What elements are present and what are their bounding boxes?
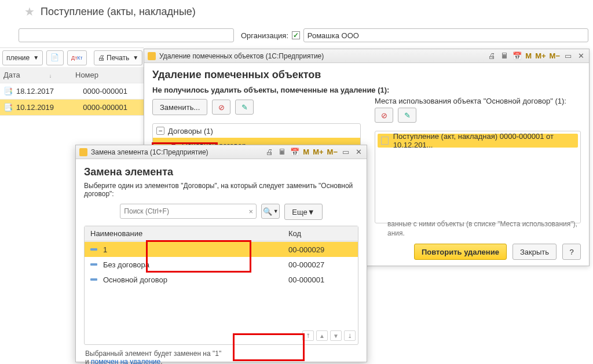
pencil-icon: ✎ bbox=[241, 103, 248, 112]
search-input[interactable] bbox=[120, 207, 246, 215]
replace-window-titlebar[interactable]: Замена элемента (1С:Предприятие) 🖨 🖩 📅 M… bbox=[76, 145, 367, 159]
mem-m-button[interactable]: M bbox=[303, 148, 309, 156]
top-bar: ★ Поступление (акты, накладные) bbox=[0, 0, 593, 23]
favorite-star-icon[interactable]: ★ bbox=[24, 5, 35, 19]
usage-list: Поступление (акт, накладная) 0000-000001… bbox=[375, 131, 581, 223]
window-minimize-icon[interactable]: ▭ bbox=[341, 148, 350, 157]
go-up-button[interactable]: ▲ bbox=[316, 330, 328, 341]
replace-button[interactable]: Заменить... bbox=[152, 99, 207, 115]
table-row[interactable]: Основной договор 00-000001 bbox=[85, 272, 358, 287]
toolbar-icon-btn-1[interactable]: 📄 bbox=[46, 50, 64, 65]
page-title: Поступление (акты, накладные) bbox=[41, 6, 196, 18]
printer-icon: 🖨 bbox=[98, 54, 105, 62]
usage-row[interactable]: Поступление (акт, накладная) 0000-000001… bbox=[378, 134, 578, 148]
magnifier-icon: 🔍 bbox=[263, 207, 272, 216]
window-close-icon[interactable]: ✕ bbox=[576, 52, 585, 61]
pencil-icon: ✎ bbox=[404, 111, 411, 120]
app-1c-icon bbox=[79, 148, 87, 156]
search-go-button[interactable]: 🔍▼ bbox=[261, 204, 280, 219]
tree-collapse-icon[interactable]: − bbox=[156, 127, 164, 135]
edit-button[interactable]: ✎ bbox=[235, 100, 254, 115]
replace-window-title: Замена элемента (1С:Предприятие) bbox=[91, 148, 208, 156]
item-icon bbox=[90, 278, 97, 281]
table-header: Наименование Код bbox=[85, 226, 358, 241]
usage-delete-button[interactable]: ⊘ bbox=[375, 108, 393, 123]
mem-mminus-button[interactable]: M− bbox=[550, 52, 560, 60]
list-nav-buttons: ⤒ ▲ ▼ ⤓ bbox=[85, 327, 358, 344]
delete-mark-icon: ⊘ bbox=[381, 111, 387, 120]
retry-deletion-button[interactable]: Повторить удаление bbox=[414, 244, 507, 260]
mem-mminus-button[interactable]: M− bbox=[327, 148, 338, 156]
deletion-hint: ванные с ними объекты (в списке "Места и… bbox=[387, 219, 579, 238]
print-button[interactable]: 🖨 Печать▼ bbox=[94, 50, 143, 65]
mem-m-button[interactable]: M bbox=[525, 52, 532, 60]
delete-mark-icon: ⊘ bbox=[218, 103, 225, 112]
titlebar-calc-icon[interactable]: 🖩 bbox=[500, 52, 509, 61]
mem-mplus-button[interactable]: M+ bbox=[535, 52, 546, 60]
mem-mplus-button[interactable]: M+ bbox=[313, 148, 323, 156]
more-button[interactable]: Еще▼ bbox=[284, 204, 322, 220]
mode-dropdown[interactable]: пление▼ bbox=[2, 50, 43, 65]
titlebar-calc-icon[interactable]: 🖩 bbox=[277, 148, 287, 157]
titlebar-print-icon[interactable]: 🖨 bbox=[265, 148, 274, 157]
document-row-icon: 📑 bbox=[3, 103, 13, 112]
app-1c-icon bbox=[148, 52, 156, 60]
go-down-button[interactable]: ▼ bbox=[330, 330, 342, 341]
document-icon bbox=[381, 137, 389, 145]
document-row-icon: 📑 bbox=[3, 87, 13, 96]
deletion-heading: Удаление помеченных объектов bbox=[144, 63, 589, 83]
mark-for-deletion-link[interactable]: помечен на удаление bbox=[91, 358, 160, 364]
replacement-table: Наименование Код 1 00-000029 Без договор… bbox=[84, 226, 358, 345]
close-button[interactable]: Закрыть bbox=[513, 244, 557, 260]
go-first-button[interactable]: ⤒ bbox=[302, 330, 314, 341]
organization-label: Организация: bbox=[241, 31, 288, 40]
deletion-window-titlebar[interactable]: Удаление помеченных объектов (1С:Предпри… bbox=[144, 49, 589, 63]
search-input-wrapper: × bbox=[120, 204, 257, 219]
item-icon bbox=[90, 248, 97, 251]
replace-window: Замена элемента (1С:Предприятие) 🖨 🖩 📅 M… bbox=[75, 145, 367, 362]
left-toolbar: пление▼ 📄 ДтКт 🖨 Печать▼ bbox=[0, 47, 144, 67]
deletion-fail-text: Не получилось удалить объекты, помеченны… bbox=[144, 83, 589, 97]
grid-col-date-header[interactable]: Дата bbox=[3, 71, 20, 79]
sort-indicator-icon: ↓ bbox=[49, 73, 52, 79]
titlebar-calendar-icon[interactable]: 📅 bbox=[290, 148, 299, 157]
replace-heading: Замена элемента bbox=[84, 165, 358, 182]
item-icon bbox=[90, 263, 97, 266]
contractor-filter-input[interactable] bbox=[19, 28, 234, 42]
replace-instruction: Выберите один из элементов "Договоры", н… bbox=[84, 182, 358, 198]
deletion-window-title: Удаление помеченных объектов (1С:Предпри… bbox=[159, 52, 324, 60]
window-minimize-icon[interactable]: ▭ bbox=[563, 52, 573, 61]
col-name-header[interactable]: Наименование bbox=[85, 229, 288, 238]
table-row[interactable]: Без договора 00-000027 bbox=[85, 257, 358, 272]
documents-grid: Дата↓ Номер 📑 18.12.2017 0000-000001 📑 1… bbox=[0, 67, 144, 116]
grid-row[interactable]: 📑 10.12.2019 0000-000001 bbox=[0, 100, 144, 116]
usage-edit-button[interactable]: ✎ bbox=[398, 108, 416, 123]
col-code-header[interactable]: Код bbox=[288, 229, 358, 238]
toolbar-dtkt-btn[interactable]: ДтКт bbox=[67, 50, 87, 65]
table-row[interactable]: 1 00-000029 bbox=[85, 242, 358, 257]
delete-mark-button[interactable]: ⊘ bbox=[212, 100, 230, 115]
organization-checkbox[interactable] bbox=[292, 31, 300, 39]
grid-header: Дата↓ Номер bbox=[0, 67, 144, 83]
clear-search-icon[interactable]: × bbox=[246, 207, 256, 216]
grid-row[interactable]: 📑 18.12.2017 0000-000001 bbox=[0, 83, 144, 100]
go-last-button[interactable]: ⤓ bbox=[344, 330, 356, 341]
sheet-icon: 📄 bbox=[50, 53, 60, 62]
filter-bar: Организация: Ромашка ООО bbox=[0, 25, 593, 45]
titlebar-print-icon[interactable]: 🖨 bbox=[487, 52, 496, 61]
titlebar-calendar-icon[interactable]: 📅 bbox=[513, 52, 522, 61]
usage-heading: Места использования объекта "Основной до… bbox=[375, 97, 581, 105]
help-button[interactable]: ? bbox=[562, 244, 581, 260]
organization-input[interactable]: Ромашка ООО bbox=[303, 28, 588, 42]
window-close-icon[interactable]: ✕ bbox=[354, 148, 363, 157]
grid-col-number-header[interactable]: Номер bbox=[75, 71, 144, 79]
replace-footer-text: Выбранный элемент будет заменен на "1" и… bbox=[84, 345, 358, 364]
tree-group-row[interactable]: − Договоры (1) bbox=[153, 124, 360, 138]
nav-back-button[interactable] bbox=[5, 6, 16, 17]
